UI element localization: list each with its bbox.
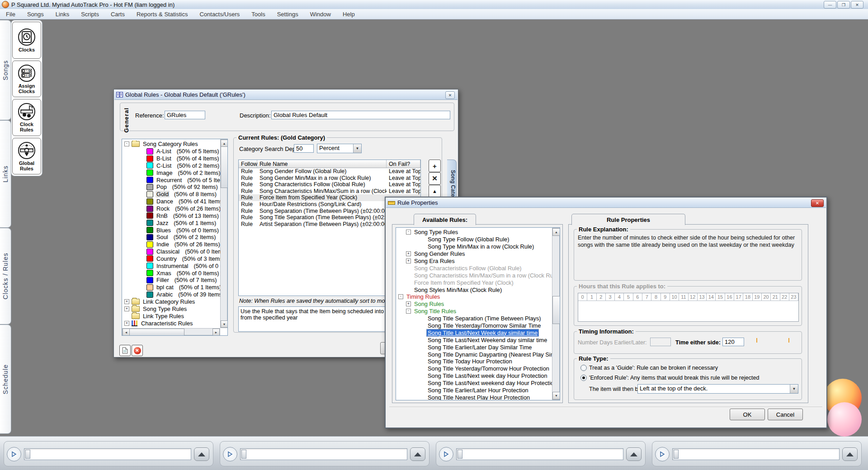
- rule-tree-row[interactable]: Song Title Last/Next Weekend day similar…: [396, 336, 552, 343]
- assign-clocks-button[interactable]: 7-8 8-9 Assign Clocks: [12, 61, 41, 98]
- rule-tree-row[interactable]: Song Title Yesterday/Tomorrow Hour Prote…: [396, 365, 552, 372]
- rule-row[interactable]: Rule Song Gender Follow (Global Rule) Le…: [239, 168, 420, 175]
- category-tree-row[interactable]: B-List (50% of 4 Items): [122, 155, 220, 162]
- menu-item[interactable]: Window: [304, 9, 337, 19]
- rule-tree-row[interactable]: Song Title Yesterday/Tomorrow Similar Ti…: [396, 322, 552, 329]
- new-rules-button[interactable]: [119, 345, 131, 356]
- category-tree-row[interactable]: + Characteristic Rules: [122, 320, 220, 327]
- rule-tree-row[interactable]: - Song Title Rules: [396, 308, 552, 315]
- category-tree-row[interactable]: RnB (50% of 13 Items): [122, 212, 220, 219]
- expander-icon[interactable]: +: [406, 258, 411, 263]
- expander-icon[interactable]: -: [124, 141, 129, 146]
- menu-item[interactable]: Reports & Statistics: [131, 9, 193, 19]
- rule-tree-row[interactable]: Song Title Separation (Time Between Play…: [396, 315, 552, 322]
- menu-item[interactable]: Contacts/Users: [193, 9, 245, 19]
- hour-cell[interactable]: 13: [698, 293, 707, 301]
- load-button[interactable]: [626, 447, 642, 461]
- hour-cell[interactable]: 2: [597, 293, 606, 301]
- sidebar-tab-links[interactable]: Links: [0, 120, 11, 228]
- cancel-button[interactable]: Cancel: [768, 409, 803, 420]
- clocks-button[interactable]: Clocks: [12, 22, 41, 59]
- hour-cell[interactable]: 23: [789, 293, 798, 301]
- category-tree-row[interactable]: bpl cat (50% of 1 Items): [122, 284, 220, 291]
- rule-tree-row[interactable]: Song Title Dynamic Dayparting (Nearest P…: [396, 351, 552, 358]
- hour-cell[interactable]: 9: [661, 293, 670, 301]
- close-button[interactable]: ✕: [851, 1, 863, 9]
- category-tree-row[interactable]: + Song Type Rules: [122, 305, 220, 312]
- scroll-up-icon[interactable]: ▲: [221, 140, 228, 147]
- hour-cell[interactable]: 19: [753, 293, 762, 301]
- hour-cell[interactable]: 14: [707, 293, 716, 301]
- rule-properties-close-icon[interactable]: ✕: [811, 199, 824, 207]
- rule-properties-tab[interactable]: Rule Properties: [571, 214, 685, 225]
- category-tree-row[interactable]: Link Type Rules: [122, 312, 220, 320]
- available-rules-tab[interactable]: Available Rules:: [414, 214, 476, 225]
- category-tree-row[interactable]: Jazz (50% of 1 Items): [122, 219, 220, 226]
- category-tree-row[interactable]: Pop (50% of 92 Items): [122, 183, 220, 191]
- rule-tree-row[interactable]: Song Title Today Hour Protection: [396, 358, 552, 365]
- search-depth-unit-select[interactable]: Percent ▼: [317, 144, 362, 153]
- hour-cell[interactable]: 7: [642, 293, 651, 301]
- add-rule-button[interactable]: +: [429, 160, 441, 172]
- remove-rule-button[interactable]: ✕: [429, 172, 441, 185]
- rule-row[interactable]: Rule Song Characteristics Min/Max/Sum in…: [239, 188, 420, 195]
- rule-tree-row[interactable]: Song Type Min/Max in a row (Clock Rule): [396, 243, 552, 250]
- category-tree-row[interactable]: Country (50% of 3 Items): [122, 255, 220, 263]
- global-rules-button[interactable]: Global Rules: [12, 138, 41, 175]
- expander-icon[interactable]: +: [124, 299, 129, 304]
- play-button[interactable]: [439, 447, 453, 461]
- scroll-thumb[interactable]: [221, 146, 228, 188]
- scroll-right-icon[interactable]: ►: [212, 329, 220, 336]
- rule-tree-row[interactable]: Song Title Earlier/Later Day Similar Tim…: [396, 343, 552, 351]
- chevron-down-icon[interactable]: ▼: [353, 144, 361, 153]
- load-button[interactable]: [410, 447, 425, 461]
- category-tree-row[interactable]: A-List (50% of 5 Items): [122, 148, 220, 155]
- scroll-down-icon[interactable]: ▼: [552, 392, 560, 400]
- time-either-side-input[interactable]: 120: [722, 338, 744, 346]
- expander-icon[interactable]: +: [406, 251, 411, 256]
- rule-tree-row[interactable]: - Song Type Rules: [396, 229, 552, 236]
- category-tree-vscrollbar[interactable]: ▲ ▼: [220, 139, 227, 328]
- hour-cell[interactable]: 15: [716, 293, 725, 301]
- rule-tree-row[interactable]: Song Title Earlier/Later Hour Protection: [396, 387, 552, 394]
- menu-item[interactable]: Tools: [245, 9, 271, 19]
- category-tree-row[interactable]: Xmas (50% of 0 Items): [122, 269, 220, 277]
- rule-tree-row[interactable]: + Song Era Rules: [396, 258, 552, 265]
- category-tree-row[interactable]: Indie (50% of 26 Items): [122, 241, 220, 248]
- menu-item[interactable]: Carts: [105, 9, 131, 19]
- search-depth-input[interactable]: 50: [294, 144, 314, 153]
- chevron-down-icon[interactable]: ▼: [790, 385, 798, 393]
- minimize-button[interactable]: —: [824, 1, 836, 9]
- category-tree-row[interactable]: Gold (50% of 8 Items): [122, 191, 220, 198]
- position-slider[interactable]: [240, 448, 407, 460]
- hour-cell[interactable]: 18: [743, 293, 752, 301]
- scroll-left-icon[interactable]: ◄: [123, 329, 130, 336]
- sidebar-tab-songs[interactable]: Songs: [0, 20, 11, 120]
- hour-cell[interactable]: 22: [780, 293, 789, 301]
- position-slider[interactable]: [672, 448, 840, 460]
- guide-radio[interactable]: [580, 365, 587, 371]
- scroll-thumb[interactable]: [129, 329, 184, 336]
- hour-cell[interactable]: 5: [624, 293, 633, 301]
- rule-tree-row[interactable]: Song Title Nearest Play Hour Protection: [396, 394, 552, 400]
- category-tree-row[interactable]: Dance (50% of 41 Items): [122, 198, 220, 205]
- expander-icon[interactable]: -: [406, 230, 411, 235]
- enforced-radio[interactable]: [580, 375, 587, 381]
- expander-icon[interactable]: +: [124, 306, 129, 311]
- menu-item[interactable]: Scripts: [75, 9, 105, 19]
- move-rule-up-button[interactable]: ▲: [429, 185, 441, 197]
- hour-cell[interactable]: 21: [771, 293, 780, 301]
- rule-tree-row[interactable]: Force Item from Specified Year (Clock): [396, 279, 552, 286]
- rule-tree-row[interactable]: Song Title Last/Next Week day similar ti…: [396, 329, 552, 336]
- slider-handle[interactable]: [241, 450, 246, 459]
- menu-item[interactable]: Songs: [21, 9, 50, 19]
- on-fail-action-select[interactable]: Left at the top of the deck. ▼: [637, 384, 798, 394]
- hour-cell[interactable]: 10: [670, 293, 679, 301]
- category-tree-row[interactable]: Instrumental (50% of 0 Items): [122, 262, 220, 269]
- category-tree-row[interactable]: Image (50% of 2 Items): [122, 169, 220, 176]
- hour-cell[interactable]: 11: [679, 293, 688, 301]
- rule-row[interactable]: Rule Song Characteristics Follow (Global…: [239, 181, 420, 188]
- slider-handle[interactable]: [25, 450, 30, 459]
- category-tree-row[interactable]: Soul (50% of 2 Items): [122, 234, 220, 241]
- menu-item[interactable]: File: [0, 9, 21, 19]
